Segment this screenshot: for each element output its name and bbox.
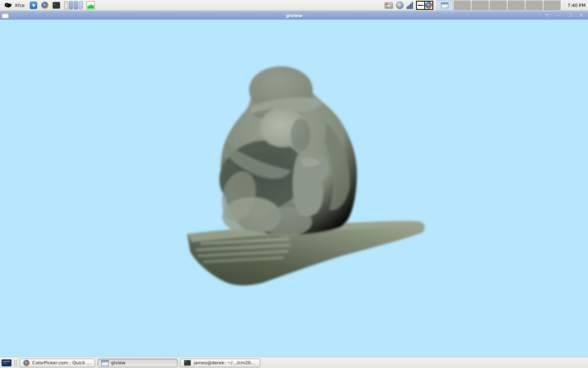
firefox-tray-item[interactable]: [424, 1, 433, 10]
terminal-icon: [184, 360, 191, 366]
launcher-group: ▼: [29, 1, 60, 9]
signal-bars-icon[interactable]: [407, 2, 413, 9]
window-icon: [101, 360, 109, 366]
firefox-icon: [41, 2, 49, 9]
taskbar-button-label: ColorPicker.com : Quick Online Co...: [32, 360, 91, 366]
workspace-2[interactable]: [69, 1, 73, 9]
taskbar-button-glview[interactable]: glview: [98, 359, 178, 367]
iconbox-empty-cell: [472, 0, 489, 10]
xfce-menu-button[interactable]: Xfce: [2, 2, 26, 9]
minus-icon: [418, 5, 423, 6]
system-monitor-graph[interactable]: [87, 1, 95, 9]
maximize-button[interactable]: ❐: [566, 13, 573, 18]
workspace-4[interactable]: [79, 1, 83, 9]
xfce-menu-label: Xfce: [15, 3, 24, 8]
firefox-launcher[interactable]: [41, 1, 49, 9]
iconbox: [437, 0, 561, 10]
firefox-icon: [425, 2, 432, 9]
minimize-button[interactable]: –: [555, 13, 562, 18]
globe-icon[interactable]: [396, 2, 403, 9]
window-icon: [441, 2, 448, 8]
taskbar-button-colorpicker[interactable]: ColorPicker.com : Quick Online Co...: [20, 359, 95, 367]
iconbox-empty-cell: [526, 0, 543, 10]
systray-group: [385, 1, 433, 10]
iconbox-empty-cell: [543, 0, 561, 10]
iconbox-empty-cell: [508, 0, 525, 10]
show-desktop-icon[interactable]: [2, 359, 11, 366]
window-menu-icon[interactable]: [2, 13, 9, 18]
iconbox-empty-cell: [490, 0, 507, 10]
taskbar-button-terminal[interactable]: james@derek: ~/.../cm20219/cwk: [180, 359, 260, 367]
cpu-graph-icon: [87, 4, 94, 9]
terminal-icon: [53, 2, 60, 9]
firefox-icon: [23, 360, 30, 366]
xfce-mouse-icon: [4, 2, 12, 9]
window-controls: ↑ – ❐ ✕: [543, 13, 586, 18]
glview-window: glview ↑ – ❐ ✕: [0, 11, 588, 357]
taskbar-button-label: glview: [111, 360, 125, 366]
download-arrow-icon: ▼: [30, 2, 37, 9]
gl-viewport[interactable]: [0, 20, 588, 357]
workspace-3[interactable]: [74, 1, 78, 9]
download-launcher[interactable]: ▼: [29, 1, 38, 9]
titlebar[interactable]: glview ↑ – ❐ ✕: [0, 11, 588, 20]
clock[interactable]: 7:40 PM: [564, 3, 586, 8]
close-button[interactable]: ✕: [577, 13, 585, 18]
desktop: { "top_panel": { "menu_label": "Xfce", "…: [0, 0, 588, 368]
shade-button[interactable]: ↑: [543, 13, 550, 18]
taskbar-button-label: james@derek: ~/.../cm20219/cwk: [194, 360, 256, 366]
blank-tray-slot[interactable]: [416, 1, 425, 10]
terminal-launcher[interactable]: [52, 1, 60, 9]
statue-3d-model: [0, 20, 588, 357]
workspace-1[interactable]: [64, 1, 68, 9]
top-panel: Xfce ▼ 7:40 PM: [0, 0, 588, 11]
panel-grip-handle[interactable]: [14, 359, 17, 367]
mail-icon[interactable]: [385, 2, 393, 9]
window-title: glview: [0, 13, 588, 18]
iconbox-glview-window[interactable]: [437, 0, 453, 10]
tray-frame: [416, 1, 433, 10]
bottom-taskbar: ColorPicker.com : Quick Online Co... glv…: [0, 357, 588, 368]
iconbox-empty-cell: [454, 0, 471, 10]
workspace-pager: [64, 1, 83, 10]
